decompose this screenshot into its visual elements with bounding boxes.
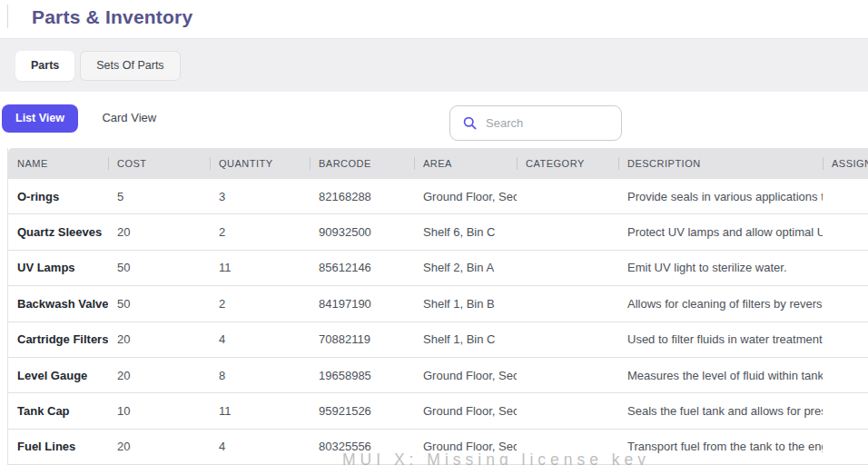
cell-cost[interactable]: 50: [108, 251, 210, 285]
cell-quantity[interactable]: 11: [210, 393, 310, 428]
cell-area[interactable]: Ground Floor, Sec...: [414, 358, 517, 392]
cell-name[interactable]: Quartz Sleeves: [8, 214, 108, 249]
cell-barcode[interactable]: 95921526: [310, 393, 414, 428]
cell-name[interactable]: UV Lamps: [8, 251, 108, 285]
table-row[interactable]: UV Lamps501185612146Shelf 2, Bin AEmit U…: [8, 251, 868, 286]
cell-assigned[interactable]: [823, 430, 868, 464]
list-view-button[interactable]: List View: [2, 104, 78, 133]
cell-area[interactable]: Ground Floor, Sec...: [414, 393, 517, 428]
table-row[interactable]: Backwash Valves50284197190Shelf 1, Bin B…: [8, 286, 868, 322]
cell-description[interactable]: Seals the fuel tank and allows for press…: [618, 393, 823, 428]
cell-quantity[interactable]: 4: [210, 322, 310, 357]
column-header-area[interactable]: AREA: [414, 148, 517, 179]
cell-area[interactable]: Ground Floor, Sec...: [414, 430, 517, 464]
cell-quantity[interactable]: 3: [210, 179, 310, 213]
header-accent-divider: [7, 5, 8, 28]
cell-quantity[interactable]: 2: [210, 286, 310, 321]
cell-barcode[interactable]: 80325556: [310, 430, 414, 464]
cell-description[interactable]: Allows for cleaning of filters by revers…: [618, 286, 823, 321]
search-icon: [462, 115, 478, 131]
table-row[interactable]: O-rings5382168288Ground Floor, Sec...Pro…: [8, 179, 868, 214]
table-row[interactable]: Tank Cap101195921526Ground Floor, Sec...…: [8, 393, 868, 429]
cell-cost[interactable]: 50: [108, 286, 210, 321]
cell-barcode[interactable]: 85612146: [310, 251, 414, 285]
cell-area[interactable]: Shelf 1, Bin B: [414, 286, 517, 321]
cell-category[interactable]: [517, 358, 618, 392]
cell-quantity[interactable]: 8: [210, 358, 310, 392]
cell-quantity[interactable]: 11: [210, 251, 310, 285]
cell-cost[interactable]: 20: [108, 358, 210, 392]
column-header-description[interactable]: DESCRIPTION: [618, 148, 823, 179]
cell-area[interactable]: Shelf 6, Bin C: [414, 214, 517, 249]
cell-barcode[interactable]: 19658985: [310, 358, 414, 392]
cell-category[interactable]: [517, 251, 618, 285]
tab-parts-label: Parts: [31, 59, 59, 72]
cell-category[interactable]: [517, 179, 618, 213]
column-header-quantity[interactable]: QUANTITY: [210, 148, 310, 179]
cell-assigned[interactable]: [823, 214, 868, 249]
cell-category[interactable]: [517, 393, 618, 428]
cell-description[interactable]: Emit UV light to sterilize water.: [618, 251, 823, 285]
tab-bar: Parts Sets Of Parts: [0, 38, 868, 92]
cell-name[interactable]: O-rings: [8, 179, 108, 213]
cell-cost[interactable]: 20: [108, 430, 210, 464]
search-input[interactable]: [486, 116, 604, 130]
cell-name[interactable]: Cartridge Filters: [8, 322, 108, 357]
cell-quantity[interactable]: 4: [210, 430, 310, 464]
cell-area[interactable]: Ground Floor, Sec...: [414, 179, 517, 213]
cell-category[interactable]: [517, 286, 618, 321]
column-header-cost[interactable]: COST: [108, 148, 210, 179]
cell-cost[interactable]: 20: [108, 214, 210, 249]
column-header-category[interactable]: CATEGORY: [517, 148, 618, 179]
tab-sets-of-parts-label: Sets Of Parts: [96, 59, 163, 72]
cell-name[interactable]: Backwash Valves: [8, 286, 108, 321]
cell-barcode[interactable]: 70882119: [310, 322, 414, 357]
tab-sets-of-parts[interactable]: Sets Of Parts: [80, 51, 180, 81]
column-header-barcode[interactable]: BARCODE: [310, 148, 414, 179]
table-row[interactable]: Quartz Sleeves20290932500Shelf 6, Bin CP…: [8, 214, 868, 250]
app-header: Parts & Inventory: [0, 0, 868, 38]
cell-description[interactable]: Transport fuel from the tank to the engi…: [618, 430, 823, 464]
cell-description[interactable]: Protect UV lamps and allow optimal UV l.…: [618, 214, 823, 249]
cell-description[interactable]: Used to filter fluids in water treatment…: [618, 322, 823, 357]
cell-barcode[interactable]: 82168288: [310, 179, 414, 213]
table-header-row: NAMECOSTQUANTITYBARCODEAREACATEGORYDESCR…: [8, 148, 868, 179]
parts-data-grid: NAMECOSTQUANTITYBARCODEAREACATEGORYDESCR…: [7, 148, 868, 465]
table-row[interactable]: Cartridge Filters20470882119Shelf 1, Bin…: [8, 322, 868, 358]
column-header-assigned[interactable]: ASSIGNE: [823, 148, 868, 179]
tab-parts[interactable]: Parts: [15, 51, 74, 81]
cell-area[interactable]: Shelf 2, Bin A: [414, 251, 517, 285]
cell-category[interactable]: [517, 322, 618, 357]
table-body: O-rings5382168288Ground Floor, Sec...Pro…: [8, 179, 868, 465]
cell-quantity[interactable]: 2: [210, 214, 310, 249]
table-row[interactable]: Fuel Lines20480325556Ground Floor, Sec..…: [8, 430, 868, 465]
card-view-button[interactable]: Card View: [98, 104, 160, 132]
cell-cost[interactable]: 20: [108, 322, 210, 357]
cell-cost[interactable]: 10: [108, 393, 210, 428]
cell-assigned[interactable]: [823, 179, 868, 213]
cell-area[interactable]: Shelf 1, Bin C: [414, 322, 517, 357]
page-title: Parts & Inventory: [32, 6, 192, 28]
cell-assigned[interactable]: [823, 393, 868, 428]
column-header-name[interactable]: NAME: [8, 148, 108, 179]
cell-description[interactable]: Provide seals in various applications to…: [618, 179, 823, 213]
cell-assigned[interactable]: [823, 358, 868, 392]
table-row[interactable]: Level Gauge20819658985Ground Floor, Sec.…: [8, 358, 868, 393]
toolbar: List View Card View: [0, 92, 868, 148]
cell-assigned[interactable]: [823, 251, 868, 285]
cell-category[interactable]: [517, 430, 618, 464]
cell-description[interactable]: Measures the level of fluid within tanks…: [618, 358, 823, 392]
cell-name[interactable]: Fuel Lines: [8, 430, 108, 464]
cell-category[interactable]: [517, 214, 618, 249]
cell-name[interactable]: Level Gauge: [8, 358, 108, 392]
cell-cost[interactable]: 5: [108, 179, 210, 213]
cell-barcode[interactable]: 90932500: [310, 214, 414, 249]
cell-name[interactable]: Tank Cap: [8, 393, 108, 428]
cell-barcode[interactable]: 84197190: [310, 286, 414, 321]
cell-assigned[interactable]: [823, 286, 868, 321]
search-box[interactable]: [449, 105, 622, 141]
cell-assigned[interactable]: [823, 322, 868, 357]
